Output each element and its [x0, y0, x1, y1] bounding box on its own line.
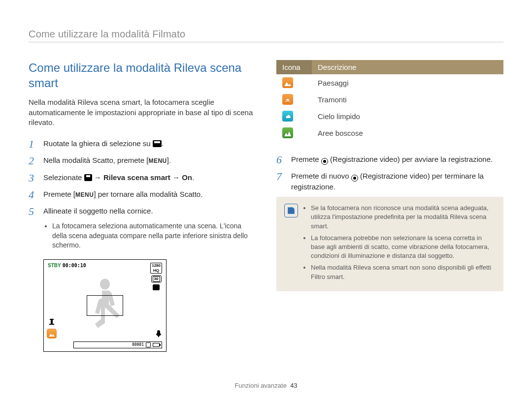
footer-page-number: 43	[290, 382, 297, 389]
step-text: Nella modalità Scatto, premete [MENU].	[43, 155, 171, 165]
left-column: Come utilizzare la modalità Rileva scena…	[29, 60, 256, 352]
camera-preview: STBY00:00:10 1280 HQ 30	[43, 259, 166, 352]
step-number: 5	[29, 206, 37, 217]
step-number: 1	[29, 138, 37, 150]
header-rule	[29, 42, 503, 42]
step-item: 1 Ruotate la ghiera di selezione su .	[29, 138, 256, 150]
menu-button-icon: MENU	[75, 191, 94, 199]
table-cell-icon	[276, 91, 312, 108]
hud-left-bottom	[47, 318, 57, 339]
step-number: 7	[276, 171, 285, 183]
right-column: Icona Descrizione Paesaggi Tramonti Ciel…	[276, 60, 503, 352]
hud-bottom-bar: 00001	[73, 341, 162, 348]
stby-indicator: STBY00:00:10	[48, 263, 86, 268]
table-cell-icon	[276, 108, 312, 124]
step-item: 5 Allineate il soggetto nella cornice.	[29, 206, 256, 217]
table-cell-icon	[276, 124, 312, 141]
table-row: Paesaggi	[276, 74, 503, 91]
hud-right-icons: 1280 HQ 30	[150, 263, 162, 290]
landscape-scene-icon	[282, 77, 293, 88]
step5-sub-item: La fotocamera seleziona automaticamente …	[52, 221, 256, 250]
page-section-header: Come utilizzare la modalità Filmato	[29, 29, 503, 40]
movie-dial-icon	[153, 140, 162, 147]
table-cell-desc: Paesaggi	[312, 74, 503, 91]
step-item: 4 Premete [MENU] per tornare alla modali…	[29, 189, 256, 201]
page-footer: Funzioni avanzate 43	[0, 382, 532, 389]
intro-paragraph: Nella modalità Rileva scena smart, la fo…	[29, 97, 256, 127]
step-item: 7 Premete di nuovo (Registrazione video)…	[276, 171, 503, 192]
note-list: Se la fotocamera non riconosce una modal…	[304, 204, 496, 284]
hud-fps-icon: 30	[151, 276, 162, 282]
hud-metering-icon	[153, 284, 160, 290]
table-cell-desc: Tramonti	[312, 91, 503, 108]
movie-menu-icon	[84, 174, 92, 181]
step-number: 6	[276, 154, 285, 166]
step-text: Premete [MENU] per tornare alla modalità…	[43, 189, 202, 199]
table-head-desc: Descrizione	[312, 60, 503, 74]
step-item: 2 Nella modalità Scatto, premete [MENU].	[29, 155, 256, 167]
frame-counter: 00001	[132, 342, 144, 347]
table-row: Aree boscose	[276, 124, 503, 141]
table-cell-icon	[276, 74, 312, 91]
focus-frame	[87, 295, 123, 316]
manual-page: Come utilizzare la modalità Filmato Come…	[0, 0, 532, 371]
table-cell-desc: Aree boscose	[312, 124, 503, 141]
step-text: Premete (Registrazione video) per avviar…	[291, 154, 493, 165]
menu-button-icon: MENU	[148, 157, 166, 165]
sd-card-icon	[146, 342, 151, 347]
stabilizer-icon	[48, 318, 56, 326]
record-button-icon	[351, 175, 358, 182]
note-box: Se la fotocamera non riconosce una modal…	[276, 197, 503, 291]
note-icon	[284, 204, 298, 217]
sky-scene-icon	[282, 111, 293, 122]
step-text: Allineate il soggetto nella cornice.	[43, 206, 153, 216]
hud-resolution-icon: 1280 HQ	[150, 263, 162, 274]
sunset-scene-icon	[282, 94, 293, 105]
two-column-layout: Come utilizzare la modalità Rileva scena…	[29, 60, 503, 352]
step-text: Ruotate la ghiera di selezione su .	[43, 138, 164, 149]
step-number: 2	[29, 155, 37, 167]
page-title: Come utilizzare la modalità Rileva scena…	[29, 60, 256, 91]
step5-sublist: La fotocamera seleziona automaticamente …	[43, 221, 256, 250]
step-text: Premete di nuovo (Registrazione video) p…	[291, 171, 503, 192]
record-button-icon	[321, 158, 328, 165]
scene-icon-table: Icona Descrizione Paesaggi Tramonti Ciel…	[276, 60, 503, 141]
steps-list-right: 6 Premete (Registrazione video) per avvi…	[276, 154, 503, 192]
table-cell-desc: Cielo limpido	[312, 108, 503, 124]
footer-section-label: Funzioni avanzate	[234, 382, 287, 389]
table-row: Cielo limpido	[276, 108, 503, 124]
hud-mic-icon	[155, 330, 162, 339]
steps-list-left: 1 Ruotate la ghiera di selezione su .2 N…	[29, 138, 256, 217]
step-number: 3	[29, 172, 37, 184]
forest-scene-icon	[282, 127, 293, 138]
note-item: Nella modalità Rileva scena smart non so…	[311, 263, 496, 281]
step-item: 6 Premete (Registrazione video) per avvi…	[276, 154, 503, 166]
note-item: Se la fotocamera non riconosce una modal…	[311, 204, 496, 231]
step-text: Selezionate → Rileva scena smart → On.	[43, 172, 194, 183]
table-head-icon: Icona	[276, 60, 312, 74]
step-item: 3 Selezionate → Rileva scena smart → On.	[29, 172, 256, 184]
table-row: Tramonti	[276, 91, 503, 108]
battery-icon	[153, 343, 160, 347]
step-number: 4	[29, 189, 37, 201]
note-item: La fotocamera potrebbe non selezionare l…	[311, 234, 496, 261]
detected-scene-icon	[47, 329, 57, 339]
